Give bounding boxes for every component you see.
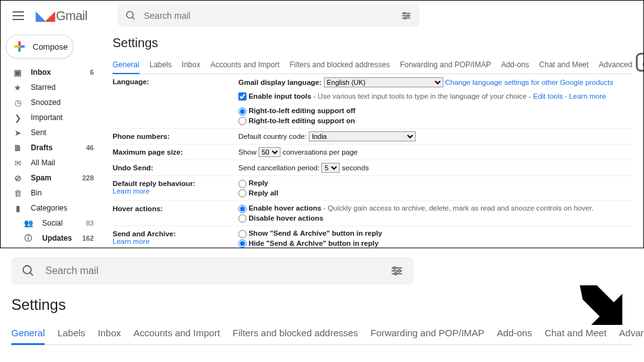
search-bar[interactable] bbox=[118, 4, 419, 27]
tab-accounts-zoom[interactable]: Accounts and Import bbox=[133, 322, 220, 344]
gmail-settings-window: ◣◢ Gmail Compose ▣ Inbox 6 ★ bbox=[0, 0, 644, 248]
settings-tabs: General Labels Inbox Accounts and Import… bbox=[113, 57, 632, 74]
drafts-icon: 🗎 bbox=[13, 143, 22, 153]
sidebar-item-updates[interactable]: ⓘ Updates 162 bbox=[1, 231, 101, 246]
sidebar-item-bin[interactable]: 🗑 Bin bbox=[1, 185, 101, 200]
compose-label: Compose bbox=[33, 42, 68, 52]
reply-all-radio[interactable] bbox=[238, 189, 247, 197]
archive-hide-radio[interactable] bbox=[238, 239, 247, 248]
archive-show-radio[interactable] bbox=[238, 230, 247, 238]
sidebar-item-sent[interactable]: ➤ Sent bbox=[1, 125, 101, 140]
svg-line-1 bbox=[132, 17, 135, 19]
reply-learn-more-link[interactable]: Learn more bbox=[113, 187, 238, 195]
undo-label: Undo Send: bbox=[113, 163, 238, 173]
main-menu-button[interactable] bbox=[6, 3, 31, 28]
svg-line-13 bbox=[30, 273, 33, 276]
tab-general-zoom[interactable]: General bbox=[11, 322, 45, 345]
reply-radio[interactable] bbox=[238, 180, 247, 188]
gmail-m-icon: ◣◢ bbox=[36, 8, 55, 23]
tab-inbox[interactable]: Inbox bbox=[182, 57, 200, 74]
reply-label: Default reply behaviour: Learn more bbox=[113, 178, 238, 198]
inbox-icon: ▣ bbox=[13, 68, 22, 77]
sidebar-item-important[interactable]: ❯ Important bbox=[1, 110, 101, 125]
svg-point-18 bbox=[398, 270, 401, 272]
hover-enable-radio[interactable] bbox=[238, 205, 247, 213]
search-icon bbox=[21, 264, 35, 278]
settings-panel: Settings General Labels Inbox Accounts a… bbox=[101, 31, 643, 248]
pagesize-select[interactable]: 50 bbox=[258, 147, 280, 157]
search-input[interactable] bbox=[144, 11, 393, 21]
svg-rect-11 bbox=[20, 45, 25, 48]
enable-input-tools-checkbox[interactable] bbox=[238, 92, 247, 101]
bin-icon: 🗑 bbox=[13, 189, 22, 198]
zoom-panel: Settings General Labels Inbox Accounts a… bbox=[0, 248, 644, 351]
edit-tools-link[interactable]: Edit tools bbox=[533, 92, 563, 100]
settings-title: Settings bbox=[113, 36, 632, 50]
tab-accounts[interactable]: Accounts and Import bbox=[210, 57, 279, 74]
display-language-label: Gmail display language: bbox=[238, 79, 321, 86]
change-language-link[interactable]: Change language settings for other Googl… bbox=[445, 79, 613, 86]
tab-general[interactable]: General bbox=[113, 57, 140, 74]
svg-marker-20 bbox=[580, 285, 623, 325]
sidebar-item-social[interactable]: 👥 Social 83 bbox=[1, 216, 101, 231]
country-code-select[interactable]: India bbox=[309, 131, 416, 141]
plus-icon bbox=[13, 40, 26, 53]
svg-point-7 bbox=[404, 17, 406, 19]
sidebar-item-drafts[interactable]: 🗎 Drafts 46 bbox=[1, 140, 101, 155]
gmail-wordmark: Gmail bbox=[56, 9, 87, 23]
settings-tabs-zoom: General Labels Inbox Accounts and Import… bbox=[11, 322, 633, 345]
settings-form: Language: Gmail display language: Englis… bbox=[113, 74, 632, 248]
tab-addons-zoom[interactable]: Add-ons bbox=[497, 322, 532, 344]
tab-labels-zoom[interactable]: Labels bbox=[57, 322, 85, 344]
archive-learn-more-link[interactable]: Learn more bbox=[113, 238, 238, 245]
sidebar-item-spam[interactable]: ⊘ Spam 228 bbox=[1, 170, 101, 185]
archive-label: Send and Archive: Learn more bbox=[113, 229, 238, 248]
search-input-zoom[interactable] bbox=[45, 265, 380, 277]
arrow-annotation-icon bbox=[569, 280, 625, 336]
tab-labels[interactable]: Labels bbox=[150, 57, 172, 74]
svg-point-17 bbox=[394, 267, 396, 270]
language-learn-more-link[interactable]: Learn more bbox=[569, 92, 606, 100]
svg-point-0 bbox=[126, 11, 133, 18]
tab-filters-zoom[interactable]: Filters and blocked addresses bbox=[233, 322, 358, 344]
search-icon bbox=[125, 10, 136, 21]
tab-filters[interactable]: Filters and blocked addresses bbox=[290, 57, 390, 74]
rtl-on-radio[interactable] bbox=[238, 117, 247, 125]
hover-label: Hover actions: bbox=[113, 204, 238, 223]
sidebar: Compose ▣ Inbox 6 ★ Starred ◷ Snoozed ❯ … bbox=[1, 31, 101, 248]
enable-input-tools-label: Enable input tools bbox=[248, 92, 311, 100]
clock-icon: ◷ bbox=[13, 98, 22, 107]
tab-chat[interactable]: Chat and Meet bbox=[539, 57, 589, 74]
tab-forwarding[interactable]: Forwarding and POP/IMAP bbox=[400, 57, 491, 74]
search-options-icon[interactable] bbox=[401, 10, 412, 21]
tab-inbox-zoom[interactable]: Inbox bbox=[98, 322, 121, 344]
search-bar-zoom[interactable] bbox=[11, 257, 414, 285]
language-select[interactable]: English (UK) bbox=[324, 77, 443, 87]
gmail-logo[interactable]: ◣◢ Gmail bbox=[36, 8, 87, 23]
undo-period-select[interactable]: 5 bbox=[321, 163, 340, 173]
sidebar-item-categories[interactable]: ▮ Categories bbox=[1, 200, 101, 216]
hamburger-icon bbox=[13, 15, 24, 16]
rtl-off-radio[interactable] bbox=[238, 107, 247, 116]
header: ◣◢ Gmail bbox=[1, 1, 643, 31]
tab-offline[interactable]: Offline bbox=[642, 57, 643, 74]
tab-forwarding-zoom[interactable]: Forwarding and POP/IMAP bbox=[370, 322, 484, 344]
svg-rect-8 bbox=[18, 41, 21, 46]
pagesize-label: Maximum page size: bbox=[113, 147, 238, 157]
language-label: Language: bbox=[113, 77, 238, 126]
sidebar-item-inbox[interactable]: ▣ Inbox 6 bbox=[1, 65, 101, 80]
info-icon: ⓘ bbox=[23, 233, 33, 244]
tab-advanced[interactable]: Advanced bbox=[599, 57, 632, 74]
compose-button[interactable]: Compose bbox=[6, 35, 74, 58]
phone-label: Phone numbers: bbox=[113, 131, 238, 141]
search-options-icon[interactable] bbox=[390, 264, 404, 278]
sidebar-item-all-mail[interactable]: ✉ All Mail bbox=[1, 155, 101, 170]
sidebar-item-starred[interactable]: ★ Starred bbox=[1, 80, 101, 95]
sent-icon: ➤ bbox=[13, 128, 22, 138]
important-icon: ❯ bbox=[13, 113, 22, 123]
svg-point-19 bbox=[394, 273, 397, 275]
sidebar-item-snoozed[interactable]: ◷ Snoozed bbox=[1, 95, 101, 110]
svg-point-12 bbox=[23, 266, 31, 274]
hover-disable-radio[interactable] bbox=[238, 214, 247, 222]
tab-addons[interactable]: Add-ons bbox=[501, 57, 530, 74]
